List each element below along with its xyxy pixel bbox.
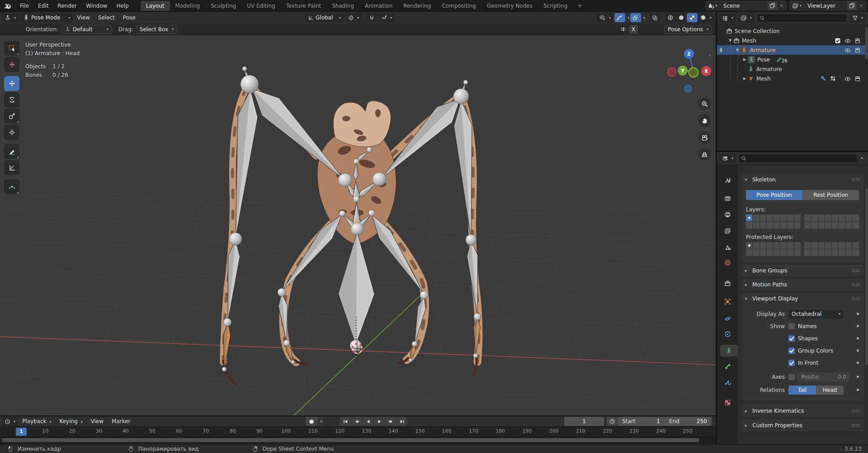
tool-select-box[interactable] [4, 41, 19, 56]
layer-cell[interactable] [832, 249, 838, 256]
properties-tab-output[interactable] [717, 209, 738, 220]
layer-cell[interactable] [753, 222, 759, 229]
orientation-dropdown[interactable]: Global▾ [305, 13, 344, 22]
properties-tab-object[interactable] [717, 296, 738, 307]
layer-cell[interactable] [794, 215, 801, 221]
custom-properties-panel-header[interactable]: ▸Custom Properties [741, 419, 863, 431]
outliner-display-mode-button[interactable]: ▾ [738, 14, 755, 23]
frame-tick[interactable]: 70 [199, 428, 212, 434]
tool-scale[interactable] [4, 109, 19, 124]
wrench-icon[interactable] [821, 76, 826, 81]
camera-toggle-icon[interactable] [854, 76, 861, 82]
workspace-tab-compositing[interactable]: Compositing [436, 1, 481, 11]
eye-toggle-icon[interactable] [844, 76, 851, 82]
outliner-search[interactable] [757, 14, 847, 23]
outliner-row-pose[interactable]: ▶Pose26 [717, 55, 868, 64]
frame-tick[interactable]: 40 [119, 428, 132, 434]
eye-toggle-icon[interactable] [844, 38, 851, 44]
frame-tick[interactable]: 190 [520, 428, 534, 434]
layer-cell[interactable] [804, 222, 811, 229]
layer-cell[interactable] [780, 242, 787, 249]
layer-cell[interactable] [746, 242, 752, 249]
layer-cell[interactable] [774, 249, 780, 256]
outliner-item-label[interactable]: Armature [750, 47, 775, 53]
layer-cell[interactable] [818, 222, 825, 229]
menu-help[interactable]: Help [112, 3, 133, 9]
texgrid-icon[interactable] [830, 76, 836, 81]
layer-cell[interactable] [760, 242, 766, 249]
rest-position-button[interactable]: Rest Position [802, 190, 859, 200]
3d-scene[interactable] [0, 35, 716, 415]
mode-dropdown[interactable]: Pose Mode▾ [20, 13, 73, 22]
viewlayer-name[interactable]: ViewLayer [804, 3, 847, 9]
timeline-scrollbar[interactable] [0, 436, 716, 444]
tool-pose-breakdowner[interactable] [4, 179, 19, 194]
playback-rev-button[interactable] [363, 417, 373, 426]
layer-cell[interactable] [825, 249, 831, 256]
bone-groups-panel-header[interactable]: ▸Bone Groups [741, 265, 863, 277]
layer-cell[interactable] [832, 215, 838, 221]
shading-rendered-button[interactable] [698, 13, 708, 22]
tool-move[interactable] [4, 76, 19, 91]
animate-dot[interactable] [857, 362, 859, 364]
outliner-row-mesh[interactable]: ▼Mesh [717, 36, 868, 45]
layer-cell[interactable] [780, 222, 787, 229]
unlink-scene-button[interactable]: × [777, 3, 786, 9]
layer-cell[interactable] [760, 215, 766, 221]
layer-cell[interactable] [818, 249, 825, 256]
pan-button[interactable] [698, 114, 711, 127]
properties-tab-texture[interactable] [717, 396, 738, 408]
workspace-tab-sculpting[interactable]: Sculpting [205, 1, 241, 11]
layer-cell[interactable] [853, 242, 859, 249]
workspace-tab-rendering[interactable]: Rendering [398, 1, 436, 11]
properties-search[interactable] [738, 154, 858, 163]
frame-tick[interactable]: 230 [627, 428, 641, 434]
tool-cursor[interactable] [4, 57, 19, 72]
properties-tab-object-data[interactable] [720, 345, 738, 357]
layer-cell[interactable] [811, 249, 817, 256]
outliner-item-label[interactable]: Pose [757, 57, 770, 63]
frame-tick[interactable]: 80 [226, 428, 240, 434]
layer-cell[interactable] [767, 249, 773, 256]
layer-cell[interactable] [746, 215, 752, 221]
tool-annotate[interactable] [4, 144, 19, 159]
tool-rotate[interactable] [4, 92, 19, 107]
blender-logo-icon[interactable] [4, 2, 12, 10]
frame-start-field[interactable]: Start1 [618, 417, 665, 426]
shading-wireframe-button[interactable] [665, 13, 676, 22]
layer-cell[interactable] [774, 222, 780, 229]
auto-key-record-button[interactable]: ● [306, 417, 317, 426]
layer-cell[interactable] [818, 242, 825, 249]
menu-render[interactable]: Render [53, 3, 81, 9]
animate-dot[interactable] [857, 325, 859, 327]
layer-cell[interactable] [788, 242, 794, 249]
outliner-row-scene-collection[interactable]: Scene Collection [717, 26, 868, 36]
viewport-display-panel-header[interactable]: ▾Viewport Display [741, 293, 863, 305]
frame-end-field[interactable]: End250 [665, 417, 712, 426]
workspace-tab-scripting[interactable]: Scripting [538, 1, 573, 11]
layer-cell[interactable] [767, 215, 773, 221]
checkbox-shapes[interactable] [788, 335, 795, 342]
frame-tick[interactable]: 120 [333, 428, 346, 434]
skeleton-panel-header[interactable]: ▾Skeleton [741, 174, 863, 186]
viewport-menu-view[interactable]: View [73, 14, 94, 21]
frame-tick[interactable]: 140 [387, 428, 400, 434]
layer-cell[interactable] [846, 249, 852, 256]
disclosure-down-icon[interactable]: ▼ [734, 48, 741, 52]
outliner-item-label[interactable]: Mesh [742, 38, 756, 44]
xray-toggle[interactable] [650, 13, 660, 22]
pose-options-dropdown[interactable]: Pose Options▾ [664, 25, 712, 34]
outliner-scrollbar[interactable] [865, 27, 868, 59]
layer-cell[interactable] [794, 222, 801, 229]
axes-checkbox[interactable] [788, 374, 795, 380]
menu-window[interactable]: Window [81, 3, 112, 9]
layer-cell[interactable] [839, 242, 845, 249]
properties-tab-view-layer[interactable] [717, 225, 738, 237]
layer-cell[interactable] [788, 222, 794, 229]
layer-cell[interactable] [846, 222, 852, 229]
workspace-tab-shading[interactable]: Shading [326, 1, 359, 11]
viewlayer-selector[interactable]: ▾ ViewLayer × [789, 1, 866, 10]
frame-tick[interactable]: 180 [494, 428, 507, 434]
playback-play-button[interactable] [374, 417, 385, 426]
frame-tick[interactable]: 200 [547, 428, 561, 434]
